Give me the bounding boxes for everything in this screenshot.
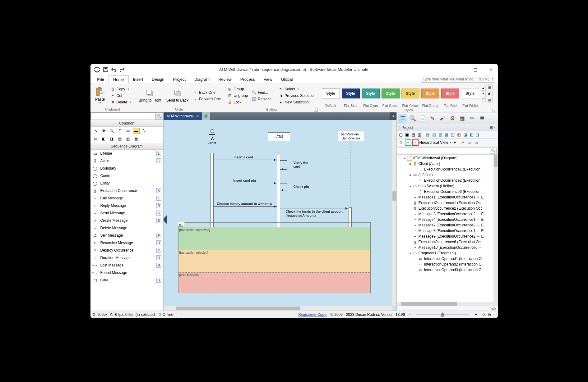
paste-button[interactable]: Paste▼ — [92, 86, 108, 106]
menu-file[interactable]: File — [93, 75, 109, 83]
rtb-doc-icon[interactable]: 📄 — [418, 114, 427, 123]
tree-row[interactable]: ▯ExecutionOccurrence6 (Execution — [397, 189, 498, 194]
ptb-5[interactable]: ▦ — [425, 132, 431, 138]
fragment-alt[interactable]: alt [transaction approved] permission Gi… — [178, 222, 371, 293]
tool-cursor[interactable]: ↖ — [92, 128, 99, 134]
tree-row[interactable]: →Message9 [ExecutionOccurrence2 → E — [397, 234, 498, 239]
tool-zoom[interactable]: 🔍 — [109, 128, 115, 134]
ptb-refresh[interactable]: ⟳ — [398, 139, 404, 146]
qat-undo-icon[interactable] — [111, 67, 117, 72]
tool-item-self-message[interactable]: ↺Self MessageF — [90, 232, 163, 239]
tool-item-execution-occurrence[interactable]: ▯Execution OccurrenceA — [90, 187, 163, 194]
ungroup-button[interactable]: ⊟Ungroup — [226, 93, 249, 99]
tool-item-control[interactable]: ◯Control — [90, 172, 163, 180]
tab-close-icon[interactable]: × — [196, 114, 199, 118]
ptb-9[interactable]: ◫ — [450, 132, 456, 138]
tree-expander[interactable]: ◢ — [409, 162, 412, 165]
tool-item-found-message[interactable]: •→Found Message — [90, 269, 163, 276]
tree-row[interactable]: →Message3 [ExecutionOccurrence2 → E — [397, 211, 498, 217]
tool-item-destroy-occurrence[interactable]: ✕Destroy OccurrenceY — [90, 247, 163, 254]
msg-insert-card[interactable] — [214, 160, 277, 160]
menu-view[interactable]: View — [259, 75, 277, 83]
tool-item-duration-message[interactable]: →Duration MessageD — [90, 254, 163, 261]
tree-row[interactable]: ◢🧍Client (Actor) — [397, 161, 498, 166]
lifeline-atm[interactable]: : ATM — [268, 132, 290, 141]
style-flat-blue[interactable]: Style — [342, 89, 360, 98]
tool-d[interactable]: ▥ — [125, 136, 132, 142]
styles-more-3[interactable]: ▤ — [487, 97, 493, 102]
prev-selection-button[interactable]: ◂Previous Selection — [277, 93, 317, 99]
ptb-filter[interactable]: ▼ — [452, 139, 458, 146]
zoom-slider[interactable] — [416, 314, 469, 315]
toolbox-search-button[interactable]: 🔍 — [156, 112, 163, 120]
tool-item-boundary[interactable]: ◯Boundary — [90, 165, 163, 172]
project-hscroll[interactable] — [397, 302, 498, 306]
tool-a[interactable]: ◧ — [100, 136, 107, 142]
tool-line[interactable]: ╲ — [141, 128, 148, 134]
style-flat-cyan[interactable]: Style — [362, 89, 380, 98]
qat-save-icon[interactable] — [103, 67, 109, 72]
panel-pin-icon[interactable]: ⊟ × — [490, 125, 496, 130]
ptb-view1[interactable]: ▭ — [466, 139, 472, 146]
menu-design[interactable]: Design — [147, 75, 169, 83]
tree-row[interactable]: →Message4 [ExecutionOccurrence1 → E — [397, 217, 498, 222]
tool-item-lifeline[interactable]: ▭LifelineL — [90, 150, 163, 157]
help-search-input[interactable] — [421, 76, 495, 83]
zoom-in-button[interactable]: + — [475, 312, 477, 317]
diagram-tab[interactable]: ATM Withdrawal × — [164, 112, 202, 120]
rtb-gear-icon[interactable]: ⚙ — [448, 114, 457, 123]
style-flat-red[interactable]: Style — [441, 89, 459, 98]
tree-row[interactable]: ◢📄ATM Withdrawal (Diagram) — [397, 155, 498, 161]
rtb-search-icon[interactable]: 🔍 — [408, 114, 417, 123]
msg-check-pin-self[interactable] — [280, 184, 287, 190]
status-registered[interactable]: Registered Copy. — [298, 312, 327, 317]
tree-row[interactable]: ▯ExecutionOccurrence1 (Execution — [397, 166, 498, 172]
rtb-project-icon[interactable]: ☰ — [398, 114, 407, 123]
tree-expander[interactable]: ◢ — [409, 173, 412, 176]
tree-row[interactable]: ▯ExecutionOccurrence2 (Execution Occ — [397, 206, 498, 211]
minimize-button[interactable]: — — [457, 67, 464, 72]
tool-item-lost-message[interactable]: •→Lost MessageM — [90, 261, 163, 269]
tree-expander[interactable]: ◢ — [403, 157, 406, 160]
tool-text[interactable]: T — [117, 128, 123, 134]
panel-grip-icon[interactable]: ⣿ — [399, 126, 400, 129]
project-search-button[interactable]: 🔍 — [490, 148, 497, 154]
ptb-12[interactable]: ◧ — [469, 132, 475, 138]
group-button[interactable]: ⊞Group — [226, 86, 249, 92]
lock-button[interactable]: 🔒Lock — [226, 99, 249, 105]
ptb-10[interactable]: ◩ — [456, 132, 462, 138]
tree-row[interactable]: →Message8 [ExecutionOccurrence1 → E — [397, 228, 498, 234]
copy-button[interactable]: ⎘Copy▼ — [109, 86, 133, 92]
style-flat-yellow[interactable]: Style — [401, 89, 419, 98]
style-default[interactable]: Style — [322, 89, 340, 98]
close-button[interactable]: ✕ — [487, 67, 495, 72]
styles-dialog-launcher[interactable]: ↘ — [493, 109, 496, 112]
tab-list-dropdown[interactable]: ▼ — [390, 112, 396, 120]
rtb-paint-icon[interactable]: 🖌 — [438, 114, 447, 123]
tool-item-entity[interactable]: ◯Entity — [90, 180, 163, 187]
tool-item-reply-message[interactable]: ⇠Reply MessageR — [90, 202, 163, 209]
menu-diagram[interactable]: Diagram — [190, 75, 214, 83]
ptb-7[interactable]: ▨ — [438, 132, 443, 138]
ptb-2[interactable]: ▣ — [404, 132, 410, 138]
tree-row[interactable]: ▭InteractionOperand1 (Interaction O — [397, 256, 498, 261]
canvas-scrollbar-vertical[interactable] — [392, 120, 396, 306]
replace-button[interactable]: 🔄Replace... — [250, 96, 276, 102]
ptb-11[interactable]: ◪ — [462, 132, 468, 138]
diagram-canvas[interactable]: Client : ATM bankSystem :BankSystem Inse… — [164, 120, 396, 311]
tree-expander[interactable]: ◢ — [409, 252, 412, 255]
lifeline-bank[interactable]: bankSystem :BankSystem — [338, 131, 364, 141]
tree-row[interactable]: ▭InteractionOperand2 (Interaction O — [397, 261, 498, 267]
menu-home[interactable]: Home — [109, 75, 129, 84]
tool-item-send-message[interactable]: →Send MessageS — [90, 209, 163, 217]
tool-item-call-message[interactable]: →Call MessageT — [90, 194, 163, 202]
zoom-out-button[interactable]: − — [409, 312, 411, 317]
styles-scroll[interactable]: ▲▼▾ — [481, 85, 486, 102]
find-button[interactable]: 🔍Find... — [250, 89, 276, 96]
ptb-3[interactable]: ▤ — [410, 132, 416, 138]
tool-c[interactable]: ▤ — [117, 136, 123, 142]
bring-to-front-button[interactable]: Bring to Front — [137, 87, 163, 104]
cut-button[interactable]: ✂Cut — [109, 93, 133, 99]
rtb-pen-icon[interactable]: ✏ — [468, 114, 477, 123]
tool-item-actor[interactable]: 🧍ActorC — [90, 157, 163, 165]
